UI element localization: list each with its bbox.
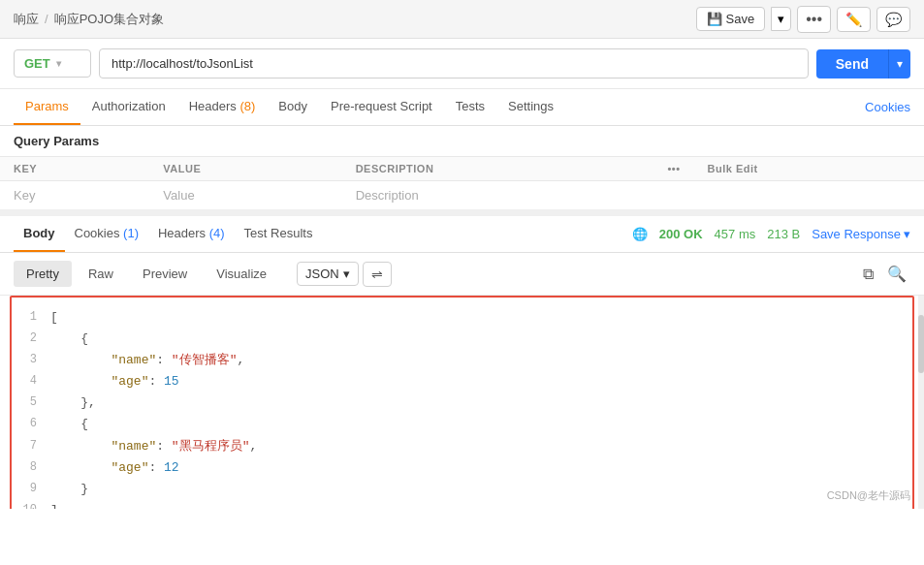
view-visualize-button[interactable]: Visualize — [204, 261, 279, 287]
line-content: "name": "传智播客", — [47, 350, 912, 371]
desc-cell[interactable]: Description — [342, 181, 654, 210]
tab-params[interactable]: Params — [14, 89, 80, 125]
copy-button[interactable]: ⧉ — [859, 261, 877, 287]
breadcrumb-separator: / — [45, 12, 48, 26]
format-label: JSON — [305, 267, 339, 281]
line-content: } — [47, 479, 912, 500]
response-time: 457 ms — [715, 227, 756, 241]
tab-headers[interactable]: Headers (8) — [177, 89, 268, 125]
tab-pre-request-script[interactable]: Pre-request Script — [319, 89, 444, 125]
cookies-link[interactable]: Cookies — [865, 90, 910, 124]
line-content: [ — [47, 307, 912, 329]
save-response-button[interactable]: Save Response ▾ — [812, 227, 910, 241]
line-number: 1 — [12, 307, 47, 329]
view-raw-button[interactable]: Raw — [76, 261, 126, 287]
line-content: "age": 15 — [47, 371, 912, 392]
vertical-scrollbar[interactable] — [918, 296, 924, 509]
json-content: 1 [ 2 { 3 "name": "传智播客", — [12, 298, 912, 509]
json-highlight-box: 1 [ 2 { 3 "name": "传智播客", — [10, 296, 914, 509]
resp-tab-body[interactable]: Body — [14, 216, 65, 252]
line-number: 8 — [12, 457, 47, 479]
url-bar: GET ▾ Send ▾ — [0, 39, 924, 89]
view-pretty-button[interactable]: Pretty — [14, 261, 72, 287]
json-line-7: 7 "name": "黑马程序员", — [12, 436, 912, 457]
send-dropdown-button[interactable]: ▾ — [888, 49, 910, 78]
response-section: Body Cookies (1) Headers (4) Test Result… — [0, 210, 924, 509]
globe-icon: 🌐 — [632, 227, 648, 241]
url-input[interactable] — [99, 48, 809, 78]
line-number: 5 — [12, 392, 47, 414]
tab-body[interactable]: Body — [267, 89, 319, 125]
json-line-3: 3 "name": "传智播客", — [12, 350, 912, 371]
line-number: 7 — [12, 436, 47, 457]
tab-authorization[interactable]: Authorization — [80, 89, 177, 125]
save-dropdown-button[interactable]: ▾ — [771, 7, 791, 31]
json-line-5: 5 }, — [12, 392, 912, 414]
response-size: 213 B — [767, 227, 800, 241]
key-cell[interactable]: Key — [0, 181, 149, 210]
json-line-4: 4 "age": 15 — [12, 371, 912, 392]
chat-button[interactable]: 💬 — [876, 7, 910, 32]
save-button[interactable]: 💾 Save — [696, 7, 766, 31]
json-viewer: 1 [ 2 { 3 "name": "传智播客", — [0, 296, 924, 509]
more-options-button[interactable]: ••• — [797, 6, 831, 33]
json-line-9: 9 } — [12, 479, 912, 500]
value-cell[interactable]: Value — [149, 181, 341, 210]
json-line-6: 6 { — [12, 414, 912, 435]
method-arrow-icon: ▾ — [56, 58, 61, 69]
line-number: 3 — [12, 350, 47, 371]
line-content: "name": "黑马程序员", — [47, 436, 912, 457]
params-table: KEY VALUE DESCRIPTION ••• Bulk Edit Key … — [0, 156, 924, 210]
resp-tab-test-results[interactable]: Test Results — [235, 216, 323, 252]
save-response-label: Save Response — [812, 227, 901, 241]
response-body-wrap: 1 [ 2 { 3 "name": "传智播客", — [0, 296, 924, 509]
save-label: Save — [726, 12, 755, 26]
send-button[interactable]: Send — [816, 49, 888, 78]
line-content: ] — [47, 500, 912, 509]
top-bar: 响应 / 响应POJO集合对象 💾 Save ▾ ••• ✏️ 💬 — [0, 0, 924, 39]
watermark: CSDN@老牛源码 — [827, 488, 910, 503]
resp-tab-headers[interactable]: Headers (4) — [148, 216, 235, 252]
line-number: 6 — [12, 414, 47, 435]
breadcrumb: 响应 / 响应POJO集合对象 — [14, 11, 164, 28]
bulk-edit-button[interactable]: Bulk Edit — [694, 157, 924, 181]
line-number: 4 — [12, 371, 47, 392]
tab-settings[interactable]: Settings — [496, 89, 565, 125]
wrap-button[interactable]: ⇌ — [363, 262, 392, 287]
view-preview-button[interactable]: Preview — [130, 261, 200, 287]
tab-tests[interactable]: Tests — [444, 89, 496, 125]
breadcrumb-part2: 响应POJO集合对象 — [54, 11, 164, 28]
send-group: Send ▾ — [816, 49, 910, 78]
col-value-header: VALUE — [149, 157, 341, 181]
bulk-cell — [694, 181, 924, 210]
line-content: "age": 12 — [47, 457, 912, 479]
save-icon: 💾 — [707, 12, 722, 26]
line-number: 10 — [12, 500, 47, 509]
save-response-arrow-icon: ▾ — [904, 227, 910, 241]
breadcrumb-part1: 响应 — [14, 11, 39, 28]
format-dropdown[interactable]: JSON ▾ — [297, 262, 359, 286]
query-params-header: Query Params — [0, 126, 924, 156]
top-bar-actions: 💾 Save ▾ ••• ✏️ 💬 — [696, 6, 910, 33]
method-dropdown[interactable]: GET ▾ — [14, 49, 91, 78]
col-more-header: ••• — [654, 157, 694, 181]
line-content: }, — [47, 392, 912, 414]
line-number: 2 — [12, 329, 47, 350]
format-arrow-icon: ▾ — [343, 267, 350, 281]
json-line-1: 1 [ — [12, 307, 912, 329]
query-params-section: Query Params KEY VALUE DESCRIPTION ••• B… — [0, 126, 924, 210]
resp-tab-cookies[interactable]: Cookies (1) — [65, 216, 148, 252]
line-content: { — [47, 329, 912, 350]
more-cell — [654, 181, 694, 210]
status-badge: 200 OK — [659, 227, 703, 241]
response-tabs: Body Cookies (1) Headers (4) Test Result… — [0, 216, 924, 253]
method-label: GET — [24, 56, 50, 71]
line-content: { — [47, 414, 912, 435]
request-tabs: Params Authorization Headers (8) Body Pr… — [0, 89, 924, 126]
scrollbar-thumb — [918, 315, 924, 373]
line-number: 9 — [12, 479, 47, 500]
search-button[interactable]: 🔍 — [883, 261, 910, 287]
body-toolbar: Pretty Raw Preview Visualize JSON ▾ ⇌ ⧉ … — [0, 253, 924, 296]
body-toolbar-right: ⧉ 🔍 — [859, 261, 910, 287]
edit-button[interactable]: ✏️ — [837, 7, 871, 32]
